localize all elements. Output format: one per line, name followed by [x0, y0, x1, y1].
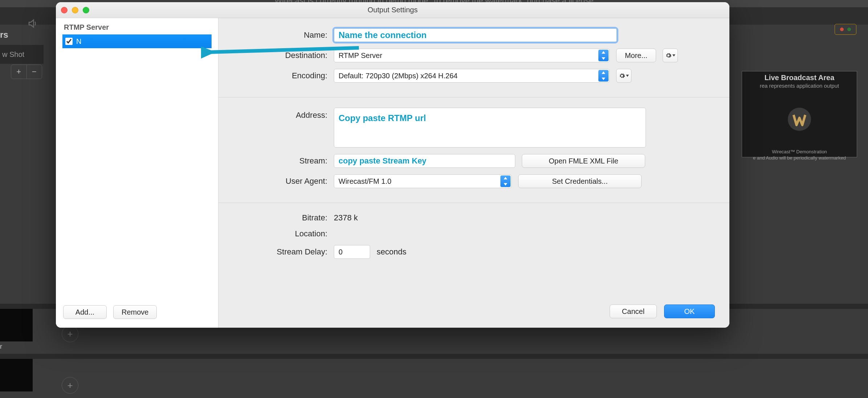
broadcast-subtitle: rea represents application output: [760, 83, 839, 89]
status-dot-red: [840, 28, 844, 31]
encoding-select[interactable]: Default: 720p30 (2Mbps) x264 H.264: [334, 69, 610, 83]
delay-unit: seconds: [377, 247, 406, 257]
sidebar-item-checkbox[interactable]: [65, 38, 73, 45]
bitrate-label: Bitrate:: [233, 213, 327, 223]
encoding-value: Default: 720p30 (2Mbps) x264 H.264: [339, 72, 458, 80]
minus-icon[interactable]: −: [27, 65, 42, 79]
add-circle-icon[interactable]: +: [62, 326, 78, 342]
name-label: Name:: [233, 30, 327, 40]
sidebar-item-label: N: [76, 37, 81, 46]
dialog-title: Output Settings: [368, 6, 418, 14]
shot-thumbnail[interactable]: [0, 309, 33, 341]
dialog-titlebar[interactable]: Output Settings: [56, 2, 729, 18]
window-traffic-lights[interactable]: [61, 7, 89, 13]
delay-value: 0: [339, 248, 343, 256]
speaker-icon: [27, 18, 38, 31]
bitrate-value: 2378 k: [334, 213, 358, 223]
wirecast-logo: [785, 105, 814, 134]
name-placeholder: Name the connection: [339, 30, 427, 40]
useragent-select[interactable]: Wirecast/FM 1.0: [334, 174, 512, 188]
address-placeholder: Copy paste RTMP url: [339, 113, 426, 123]
shot-tab[interactable]: w Shot: [0, 45, 44, 64]
cancel-button[interactable]: Cancel: [610, 304, 657, 318]
stream-label: Stream:: [233, 156, 327, 166]
destination-value: RTMP Server: [339, 51, 382, 60]
destination-select[interactable]: RTMP Server: [334, 49, 610, 62]
destination-label: Destination:: [233, 51, 327, 60]
encoding-gear-button[interactable]: [616, 69, 631, 83]
destination-gear-button[interactable]: [663, 49, 678, 62]
minimize-icon[interactable]: [72, 7, 78, 13]
more-button[interactable]: More...: [616, 49, 656, 62]
address-label: Address:: [233, 108, 327, 120]
sidebar-heading: RTMP Server: [56, 18, 218, 34]
useragent-value: Wirecast/FM 1.0: [339, 177, 392, 186]
broadcast-title: Live Broadcast Area: [765, 74, 835, 82]
destinations-sidebar: RTMP Server N Add... Remove: [56, 18, 218, 328]
quantity-stepper[interactable]: + −: [11, 65, 42, 79]
set-credentials-button[interactable]: Set Credentials...: [518, 174, 642, 188]
sidebar-item-rtmp[interactable]: N: [62, 34, 212, 48]
shot-thumbnail[interactable]: [0, 359, 33, 391]
remove-button[interactable]: Remove: [113, 305, 157, 319]
name-input[interactable]: Name the connection: [334, 28, 617, 42]
zoom-icon[interactable]: [83, 7, 89, 13]
row-separator: [0, 354, 868, 359]
stream-placeholder: copy paste Stream Key: [339, 156, 426, 166]
delay-input[interactable]: 0: [334, 245, 370, 259]
address-input[interactable]: Copy paste RTMP url: [334, 108, 646, 148]
stream-input[interactable]: copy paste Stream Key: [334, 154, 515, 168]
layers-label: rs: [0, 30, 44, 40]
broadcast-area: Live Broadcast Area rea represents appli…: [742, 71, 857, 157]
gear-icon: [665, 52, 672, 59]
close-icon[interactable]: [61, 7, 67, 13]
delay-label: Stream Delay:: [233, 247, 327, 257]
location-label: Location:: [233, 229, 327, 239]
gear-icon: [619, 72, 625, 79]
status-dot-green: [847, 28, 851, 31]
row-label: r: [0, 343, 2, 351]
useragent-label: User Agent:: [233, 177, 327, 186]
add-circle-icon[interactable]: +: [62, 377, 78, 394]
add-button[interactable]: Add...: [63, 305, 107, 319]
plus-icon[interactable]: +: [11, 65, 27, 79]
output-form: Name: Name the connection Destination: R…: [218, 18, 729, 328]
status-traffic-badge: [835, 24, 856, 35]
encoding-label: Encoding:: [233, 71, 327, 80]
open-fmle-button[interactable]: Open FMLE XML File: [522, 154, 645, 168]
chevron-down-icon: [672, 54, 675, 57]
broadcast-footnote: Wirecast™ Demonstration e and Audio will…: [753, 149, 846, 161]
ok-button[interactable]: OK: [664, 304, 715, 318]
chevron-down-icon: [626, 75, 629, 77]
output-settings-dialog: Output Settings RTMP Server N Add... Rem…: [56, 2, 729, 328]
